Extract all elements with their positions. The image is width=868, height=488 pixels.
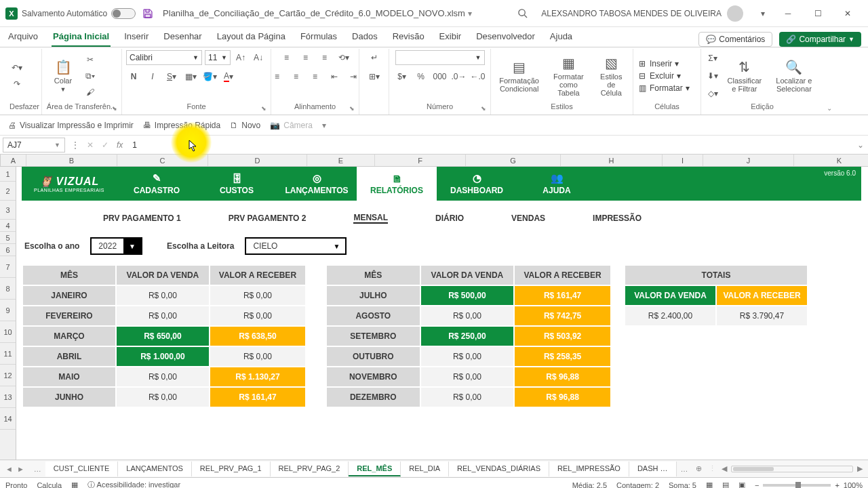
- subnav-prv-pagamento-1[interactable]: PRV PAGAMENTO 1: [103, 214, 181, 223]
- align-left-icon[interactable]: ≡: [270, 69, 285, 84]
- inc-decimal-icon[interactable]: .0→: [451, 69, 466, 84]
- menu-tab-dados[interactable]: Dados: [351, 28, 379, 47]
- sheet-tab-dash[interactable]: DASH …: [629, 462, 677, 476]
- border-icon[interactable]: ▦▾: [183, 69, 198, 84]
- col-header-E[interactable]: E: [307, 155, 375, 166]
- menu-tab-arquivo[interactable]: Arquivo: [7, 28, 39, 47]
- col-header-F[interactable]: F: [375, 155, 466, 166]
- insert-cells-button[interactable]: ⊞Inserir ▾: [637, 59, 690, 68]
- format-cells-button[interactable]: ▥Formatar ▾: [637, 83, 690, 93]
- toggle-switch[interactable]: [111, 8, 136, 19]
- launcher-icon[interactable]: ⬊: [261, 105, 267, 112]
- number-format-combo[interactable]: ▼: [395, 50, 485, 65]
- menu-tab-desenvolvedor[interactable]: Desenvolvedor: [475, 28, 536, 47]
- banner-tab-dashboard[interactable]: ◔DASHBOARD: [437, 167, 517, 201]
- hscroll-left-icon[interactable]: ◀: [722, 464, 727, 473]
- zoom-control[interactable]: − + 100%: [755, 481, 863, 489]
- subnav-mensal[interactable]: MENSAL: [353, 213, 388, 224]
- sheet-tab-rel_prv_pag_2[interactable]: REL_PRV_PAG_2: [271, 462, 349, 476]
- menu-tab-inserir[interactable]: Inserir: [123, 28, 150, 47]
- format-painter-icon[interactable]: 🖌: [83, 85, 98, 100]
- new-button[interactable]: 🗋 Novo: [230, 121, 260, 130]
- hscroll-right-icon[interactable]: ▶: [857, 464, 863, 473]
- subnav-prv-pagamento-2[interactable]: PRV PAGAMENTO 2: [229, 214, 307, 223]
- share-button[interactable]: 🔗 Compartilhar ▼: [779, 32, 861, 47]
- delete-cells-button[interactable]: ⊟Excluir ▾: [637, 71, 690, 81]
- sheet-tab-rel_vendas_diárias[interactable]: REL_VENDAS_DIÁRIAS: [449, 462, 549, 476]
- avatar[interactable]: [727, 5, 743, 22]
- col-header-A[interactable]: A: [1, 155, 26, 166]
- sheet-area[interactable]: 🦉VIZUAL PLANILHAS EMPRESARIAIS ✎CADASTRO…: [16, 167, 868, 460]
- view-layout-icon[interactable]: ▤: [722, 481, 729, 488]
- cut-icon[interactable]: ✂: [83, 52, 98, 67]
- align-top-icon[interactable]: ≡: [279, 50, 294, 65]
- macro-icon[interactable]: ▦: [71, 481, 78, 488]
- row-header-1[interactable]: 1: [0, 167, 16, 182]
- col-header-H[interactable]: H: [561, 155, 663, 166]
- reader-combo[interactable]: CIELO▼: [245, 237, 347, 255]
- align-center-icon[interactable]: ≡: [289, 69, 304, 84]
- align-right-icon[interactable]: ≡: [308, 69, 323, 84]
- indent-dec-icon[interactable]: ⇤: [327, 69, 342, 84]
- redo-icon[interactable]: ↷: [9, 77, 24, 92]
- dec-decimal-icon[interactable]: ←.0: [471, 69, 486, 84]
- sort-filter-button[interactable]: ⇅Classificar e Filtrar: [723, 58, 766, 94]
- merge-icon[interactable]: ⊞▾: [367, 69, 382, 84]
- file-dropdown-icon[interactable]: ▾: [468, 9, 472, 18]
- bold-icon[interactable]: N: [126, 69, 141, 84]
- copy-icon[interactable]: ⧉▾: [83, 68, 98, 83]
- banner-tab-lançamentos[interactable]: ◎LANÇAMENTOS: [277, 167, 357, 201]
- row-header-11[interactable]: 11: [0, 343, 16, 365]
- row-header-9[interactable]: 9: [0, 300, 16, 321]
- cancel-fx-icon[interactable]: ⋮: [68, 140, 83, 150]
- wrap-text-icon[interactable]: ↵: [367, 50, 382, 65]
- search-icon[interactable]: [517, 8, 528, 18]
- enter-icon[interactable]: ✓: [98, 140, 113, 150]
- col-header-C[interactable]: C: [117, 155, 208, 166]
- clear-icon[interactable]: ◇▾: [705, 86, 720, 101]
- menu-tab-fórmulas[interactable]: Fórmulas: [299, 28, 338, 47]
- zoom-in-icon[interactable]: +: [835, 481, 839, 489]
- row-header-10[interactable]: 10: [0, 321, 16, 343]
- menu-tab-desenhar[interactable]: Desenhar: [162, 28, 203, 47]
- sheet-tab-cust_cliente[interactable]: CUST_CLIENTE: [45, 462, 119, 476]
- percent-icon[interactable]: %: [413, 69, 428, 84]
- autosum-icon[interactable]: Σ▾: [705, 51, 720, 66]
- font-size-combo[interactable]: 11▼: [205, 50, 231, 65]
- format-as-table-button[interactable]: ▦Formatar como Tabela: [546, 54, 591, 98]
- zoom-slider[interactable]: [763, 484, 831, 487]
- accessibility-icon[interactable]: ⓘ Acessibilidade: investigar: [87, 480, 180, 488]
- camera-button[interactable]: 📷 Câmera: [270, 121, 313, 130]
- menu-tab-exibir[interactable]: Exibir: [438, 28, 463, 47]
- col-header-K[interactable]: K: [794, 155, 868, 166]
- launcher-icon[interactable]: ⬊: [349, 105, 355, 112]
- undo-icon[interactable]: ↶▾: [9, 60, 24, 75]
- menu-tab-revisão[interactable]: Revisão: [391, 28, 426, 47]
- row-header-5[interactable]: 5: [0, 232, 16, 244]
- row-header-2[interactable]: 2: [0, 182, 16, 201]
- tab-overflow-right[interactable]: …: [677, 465, 692, 473]
- col-header-G[interactable]: G: [466, 155, 561, 166]
- banner-tab-custos[interactable]: 🗄CUSTOS: [197, 167, 277, 201]
- col-header-D[interactable]: D: [208, 155, 307, 166]
- align-bottom-icon[interactable]: ≡: [317, 50, 332, 65]
- row-header-3[interactable]: 3: [0, 201, 16, 220]
- hscroll-track[interactable]: [731, 466, 853, 472]
- underline-icon[interactable]: S▾: [164, 69, 179, 84]
- row-header-13[interactable]: 13: [0, 386, 16, 408]
- row-header-14[interactable]: 14: [0, 408, 16, 430]
- tab-nav-prev-icon[interactable]: ◄: [5, 465, 13, 473]
- cancel-icon[interactable]: ✕: [83, 140, 98, 150]
- zoom-out-icon[interactable]: −: [755, 481, 759, 489]
- year-combo[interactable]: 2022▼: [90, 237, 142, 255]
- launcher-icon[interactable]: ⬊: [481, 105, 486, 112]
- col-header-B[interactable]: B: [26, 155, 117, 166]
- font-name-combo[interactable]: Calibri▼: [126, 50, 202, 65]
- close-button[interactable]: ✕: [833, 3, 863, 24]
- quick-print-button[interactable]: 🖶 Impressão Rápida: [143, 121, 220, 130]
- formula-input[interactable]: 1: [127, 140, 853, 150]
- col-header-J[interactable]: J: [703, 155, 794, 166]
- fill-color-icon[interactable]: 🪣▾: [202, 69, 217, 84]
- sheet-tab-rel_impressão[interactable]: REL_IMPRESSÃO: [549, 462, 629, 476]
- increase-font-icon[interactable]: A↑: [233, 50, 248, 65]
